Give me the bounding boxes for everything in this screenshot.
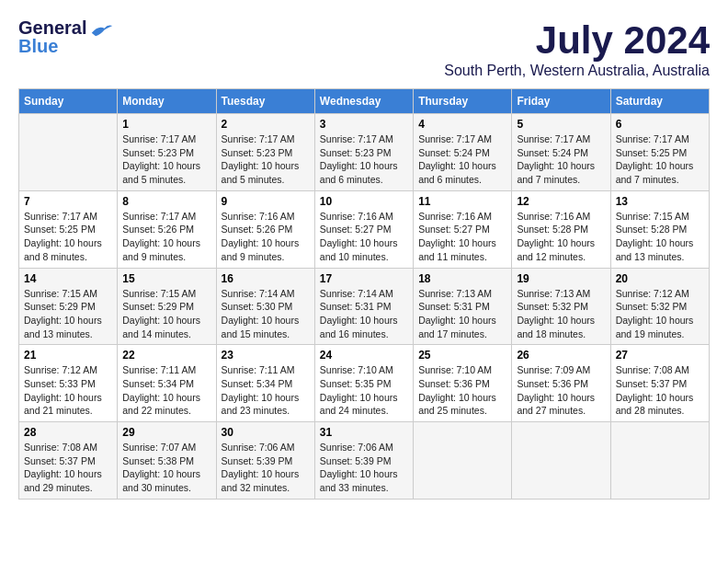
calendar-cell: 16Sunrise: 7:14 AMSunset: 5:30 PMDayligh… — [216, 268, 314, 345]
day-number: 3 — [320, 118, 408, 131]
day-number: 14 — [24, 272, 112, 285]
day-info: Sunrise: 7:13 AMSunset: 5:32 PMDaylight:… — [517, 287, 605, 341]
calendar-cell: 7Sunrise: 7:17 AMSunset: 5:25 PMDaylight… — [19, 190, 118, 268]
day-number: 18 — [418, 272, 506, 285]
header-saturday: Saturday — [610, 89, 709, 114]
calendar-cell: 11Sunrise: 7:16 AMSunset: 5:27 PMDayligh… — [414, 190, 512, 268]
calendar-cell: 29Sunrise: 7:07 AMSunset: 5:38 PMDayligh… — [118, 422, 216, 500]
logo-text-general: General — [18, 18, 86, 37]
logo-text-blue: Blue — [18, 37, 86, 55]
calendar-cell: 25Sunrise: 7:10 AMSunset: 5:36 PMDayligh… — [414, 345, 512, 422]
day-info: Sunrise: 7:16 AMSunset: 5:28 PMDaylight:… — [517, 210, 605, 264]
location-subtitle: South Perth, Western Australia, Australi… — [444, 63, 710, 79]
day-info: Sunrise: 7:16 AMSunset: 5:27 PMDaylight:… — [320, 210, 408, 264]
page-header: General Blue July 2024 South Perth, West… — [18, 18, 710, 79]
day-info: Sunrise: 7:11 AMSunset: 5:34 PMDaylight:… — [222, 363, 310, 418]
day-number: 29 — [122, 426, 210, 439]
day-info: Sunrise: 7:16 AMSunset: 5:27 PMDaylight:… — [418, 210, 506, 264]
day-info: Sunrise: 7:11 AMSunset: 5:34 PMDaylight:… — [122, 363, 210, 418]
day-info: Sunrise: 7:17 AMSunset: 5:24 PMDaylight:… — [517, 132, 605, 187]
day-number: 12 — [517, 195, 605, 208]
day-number: 24 — [320, 349, 408, 362]
calendar-cell: 1Sunrise: 7:17 AMSunset: 5:23 PMDaylight… — [118, 114, 216, 191]
day-number: 22 — [122, 349, 210, 362]
title-block: July 2024 South Perth, Western Australia… — [444, 18, 710, 79]
calendar-week-row: 1Sunrise: 7:17 AMSunset: 5:23 PMDaylight… — [19, 114, 710, 191]
day-number: 27 — [616, 349, 704, 362]
calendar-week-row: 28Sunrise: 7:08 AMSunset: 5:37 PMDayligh… — [19, 422, 710, 500]
day-info: Sunrise: 7:17 AMSunset: 5:25 PMDaylight:… — [616, 132, 704, 187]
day-info: Sunrise: 7:14 AMSunset: 5:31 PMDaylight:… — [320, 287, 408, 341]
day-info: Sunrise: 7:17 AMSunset: 5:23 PMDaylight:… — [222, 132, 310, 187]
calendar-cell: 19Sunrise: 7:13 AMSunset: 5:32 PMDayligh… — [512, 268, 610, 345]
calendar-cell: 21Sunrise: 7:12 AMSunset: 5:33 PMDayligh… — [19, 345, 118, 422]
calendar-cell: 23Sunrise: 7:11 AMSunset: 5:34 PMDayligh… — [216, 345, 314, 422]
calendar-cell: 15Sunrise: 7:15 AMSunset: 5:29 PMDayligh… — [118, 268, 216, 345]
day-number: 15 — [122, 272, 210, 285]
day-number: 16 — [222, 272, 310, 285]
day-number: 2 — [222, 118, 310, 131]
day-number: 19 — [517, 272, 605, 285]
day-info: Sunrise: 7:15 AMSunset: 5:29 PMDaylight:… — [24, 287, 112, 341]
day-number: 20 — [616, 272, 704, 285]
calendar-cell: 13Sunrise: 7:15 AMSunset: 5:28 PMDayligh… — [610, 190, 709, 268]
day-number: 31 — [320, 426, 408, 439]
calendar-cell: 27Sunrise: 7:08 AMSunset: 5:37 PMDayligh… — [610, 345, 709, 422]
calendar-cell: 24Sunrise: 7:10 AMSunset: 5:35 PMDayligh… — [314, 345, 413, 422]
header-sunday: Sunday — [19, 89, 118, 114]
calendar-cell: 2Sunrise: 7:17 AMSunset: 5:23 PMDaylight… — [216, 114, 314, 191]
calendar-cell: 9Sunrise: 7:16 AMSunset: 5:26 PMDaylight… — [216, 190, 314, 268]
day-number: 4 — [418, 118, 506, 131]
day-number: 6 — [616, 118, 704, 131]
day-number: 28 — [24, 426, 112, 439]
calendar-week-row: 14Sunrise: 7:15 AMSunset: 5:29 PMDayligh… — [19, 268, 710, 345]
calendar-cell — [414, 422, 512, 500]
day-info: Sunrise: 7:15 AMSunset: 5:29 PMDaylight:… — [122, 287, 210, 341]
calendar-cell: 6Sunrise: 7:17 AMSunset: 5:25 PMDaylight… — [610, 114, 709, 191]
calendar-week-row: 21Sunrise: 7:12 AMSunset: 5:33 PMDayligh… — [19, 345, 710, 422]
calendar-cell: 31Sunrise: 7:06 AMSunset: 5:39 PMDayligh… — [314, 422, 413, 500]
calendar-cell: 26Sunrise: 7:09 AMSunset: 5:36 PMDayligh… — [512, 345, 610, 422]
day-number: 1 — [122, 118, 210, 131]
header-friday: Friday — [512, 89, 610, 114]
day-number: 8 — [122, 195, 210, 208]
day-info: Sunrise: 7:12 AMSunset: 5:32 PMDaylight:… — [616, 287, 704, 341]
calendar-cell: 8Sunrise: 7:17 AMSunset: 5:26 PMDaylight… — [118, 190, 216, 268]
day-number: 23 — [222, 349, 310, 362]
day-info: Sunrise: 7:07 AMSunset: 5:38 PMDaylight:… — [122, 441, 210, 495]
calendar-cell: 18Sunrise: 7:13 AMSunset: 5:31 PMDayligh… — [414, 268, 512, 345]
calendar-cell — [610, 422, 709, 500]
day-info: Sunrise: 7:13 AMSunset: 5:31 PMDaylight:… — [418, 287, 506, 341]
calendar-cell: 20Sunrise: 7:12 AMSunset: 5:32 PMDayligh… — [610, 268, 709, 345]
day-info: Sunrise: 7:06 AMSunset: 5:39 PMDaylight:… — [320, 441, 408, 495]
calendar-cell: 4Sunrise: 7:17 AMSunset: 5:24 PMDaylight… — [414, 114, 512, 191]
calendar-cell: 10Sunrise: 7:16 AMSunset: 5:27 PMDayligh… — [314, 190, 413, 268]
calendar-cell: 22Sunrise: 7:11 AMSunset: 5:34 PMDayligh… — [118, 345, 216, 422]
day-number: 13 — [616, 195, 704, 208]
day-info: Sunrise: 7:15 AMSunset: 5:28 PMDaylight:… — [616, 210, 704, 264]
day-number: 9 — [222, 195, 310, 208]
day-info: Sunrise: 7:08 AMSunset: 5:37 PMDaylight:… — [616, 363, 704, 418]
header-monday: Monday — [118, 89, 216, 114]
calendar-cell: 30Sunrise: 7:06 AMSunset: 5:39 PMDayligh… — [216, 422, 314, 500]
day-info: Sunrise: 7:17 AMSunset: 5:23 PMDaylight:… — [122, 132, 210, 187]
calendar-cell — [512, 422, 610, 500]
day-number: 25 — [418, 349, 506, 362]
day-info: Sunrise: 7:09 AMSunset: 5:36 PMDaylight:… — [517, 363, 605, 418]
header-wednesday: Wednesday — [314, 89, 413, 114]
calendar-table: SundayMondayTuesdayWednesdayThursdayFrid… — [18, 88, 710, 500]
day-number: 30 — [222, 426, 310, 439]
month-title: July 2024 — [444, 18, 710, 63]
day-info: Sunrise: 7:16 AMSunset: 5:26 PMDaylight:… — [222, 210, 310, 264]
day-info: Sunrise: 7:10 AMSunset: 5:35 PMDaylight:… — [320, 363, 408, 418]
day-info: Sunrise: 7:17 AMSunset: 5:26 PMDaylight:… — [122, 210, 210, 264]
day-info: Sunrise: 7:12 AMSunset: 5:33 PMDaylight:… — [24, 363, 112, 418]
header-thursday: Thursday — [414, 89, 512, 114]
calendar-cell: 17Sunrise: 7:14 AMSunset: 5:31 PMDayligh… — [314, 268, 413, 345]
day-info: Sunrise: 7:08 AMSunset: 5:37 PMDaylight:… — [24, 441, 112, 495]
calendar-cell: 12Sunrise: 7:16 AMSunset: 5:28 PMDayligh… — [512, 190, 610, 268]
calendar-week-row: 7Sunrise: 7:17 AMSunset: 5:25 PMDaylight… — [19, 190, 710, 268]
calendar-cell: 14Sunrise: 7:15 AMSunset: 5:29 PMDayligh… — [19, 268, 118, 345]
calendar-cell: 5Sunrise: 7:17 AMSunset: 5:24 PMDaylight… — [512, 114, 610, 191]
logo: General Blue — [18, 18, 114, 55]
